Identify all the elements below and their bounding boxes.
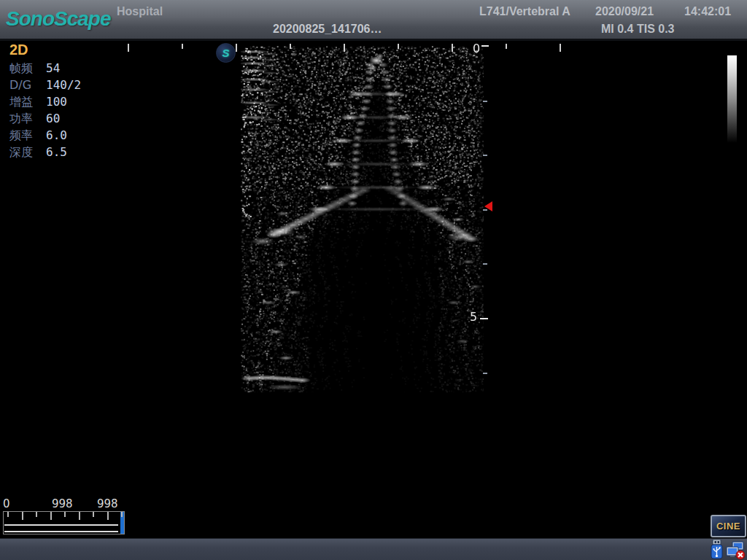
param-label: 深度 <box>9 145 46 160</box>
time: 14:42:01 <box>684 5 731 18</box>
sonoscape-logo: SonoScape <box>6 7 110 31</box>
param-label: 频率 <box>9 128 46 144</box>
depth-label-5: 5 <box>470 310 477 324</box>
mode-label: 2D <box>9 42 28 58</box>
param-row: D/G140/2 <box>9 78 81 95</box>
cine-tick <box>7 512 9 517</box>
param-value: 54 <box>46 61 60 75</box>
date: 2020/09/21 <box>595 5 654 18</box>
param-value: 140/2 <box>46 78 81 92</box>
ultrasound-speckle <box>241 46 484 392</box>
param-row: 深度6.5 <box>9 145 81 162</box>
cine-tick <box>22 512 23 520</box>
focus-marker-icon <box>484 201 492 211</box>
network-offline-icon[interactable] <box>725 541 746 560</box>
parameter-list: 帧频54D/G140/2增益100功率60频率6.0深度6.5 <box>9 61 81 162</box>
ruler-tick <box>506 44 507 49</box>
param-value: 100 <box>46 95 67 109</box>
cine-button-label: CINE <box>716 521 740 532</box>
param-label: 功率 <box>9 112 46 127</box>
ruler-tick <box>290 44 291 49</box>
cine-frame-labels: 0 998 998 <box>0 497 146 510</box>
ruler-tick <box>452 44 453 52</box>
cine-scrollbar[interactable] <box>3 511 125 534</box>
probe-logo-letter: S <box>222 47 229 59</box>
ruler-tick <box>182 44 183 49</box>
ruler-tick <box>344 44 345 52</box>
top-bar: SonoScape Hospital 20200825_141706… L741… <box>0 0 747 41</box>
cine-tick <box>50 512 52 520</box>
cine-current-frame: 998 <box>52 497 73 510</box>
depth-tick <box>483 101 487 102</box>
depth-tick <box>483 155 487 156</box>
ruler-tick <box>236 44 237 52</box>
param-row: 增益100 <box>9 95 81 112</box>
param-row: 帧频54 <box>9 61 81 78</box>
param-value: 60 <box>46 112 60 125</box>
taskbar <box>0 538 747 560</box>
hospital-name: Hospital <box>117 5 163 18</box>
ultrasound-screen: SonoScape Hospital 20200825_141706… L741… <box>0 0 747 560</box>
ruler-tick <box>398 44 399 49</box>
depth-tick <box>480 318 488 319</box>
cine-start-frame: 0 <box>3 497 10 510</box>
probe-orientation-icon: S <box>216 43 236 63</box>
mi-tis-values: MI 0.4 TIS 0.3 <box>601 23 674 36</box>
param-label: D/G <box>9 78 46 92</box>
exam-id: 20200825_141706… <box>273 23 382 36</box>
cine-tick <box>79 512 80 520</box>
cine-tick <box>64 512 66 517</box>
param-row: 频率6.0 <box>9 128 81 145</box>
ruler-tick <box>128 44 129 52</box>
grayscale-map-bar <box>727 55 737 143</box>
probe-preset: L741/Vertebral A <box>479 5 570 18</box>
param-label: 增益 <box>9 95 46 110</box>
ultrasound-image <box>241 46 484 392</box>
usb-icon[interactable] <box>710 540 724 559</box>
param-value: 6.0 <box>46 128 67 142</box>
depth-tick <box>481 45 489 47</box>
param-value: 6.5 <box>46 145 67 159</box>
cine-tick <box>36 512 37 517</box>
ruler-tick <box>560 44 561 52</box>
depth-tick <box>483 373 487 374</box>
cine-total-frames: 998 <box>97 497 118 510</box>
cine-tick <box>107 512 109 520</box>
depth-label-0: 0 <box>473 42 480 55</box>
param-label: 帧频 <box>9 61 46 77</box>
cine-track[interactable] <box>4 524 118 532</box>
cine-tick <box>93 512 94 517</box>
depth-tick <box>483 263 487 265</box>
cine-tick <box>121 512 123 517</box>
cine-button[interactable]: CINE <box>711 515 746 537</box>
param-row: 功率60 <box>9 112 81 128</box>
